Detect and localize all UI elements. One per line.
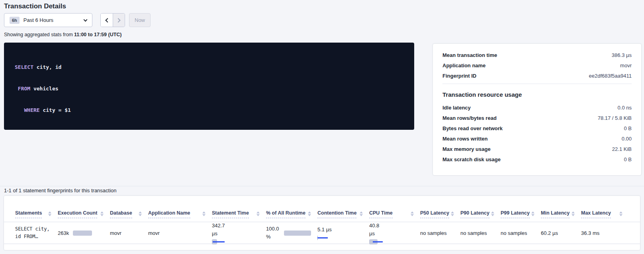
summary-value: 0.0 ns	[618, 105, 632, 111]
col-header-p50-latency[interactable]: P50 Latency	[420, 211, 460, 218]
cell-min-latency: 60.2 µs	[541, 230, 581, 236]
chevron-left-icon	[105, 18, 110, 22]
next-time-button[interactable]	[113, 14, 125, 27]
sort-icon[interactable]	[360, 211, 363, 216]
sort-icon[interactable]	[491, 211, 494, 216]
summary-label: Mean rows/bytes read	[442, 115, 497, 121]
sql-line: WHERE city = $1	[15, 107, 403, 114]
summary-row: Bytes read over network 0 B	[442, 126, 632, 131]
section-divider	[0, 186, 644, 186]
summary-row: Max memory usage 22.1 KiB	[442, 147, 632, 152]
col-header-statements[interactable]: Statements	[15, 211, 58, 218]
col-header-execution-count[interactable]: Execution Count	[58, 211, 110, 218]
sql-statement-box: SELECT city, id FROM vehicles WHERE city…	[4, 43, 414, 130]
col-header-runtime-pct[interactable]: % of All Runtime	[266, 211, 317, 218]
summary-divider	[442, 84, 632, 84]
col-header-contention-time[interactable]: Contention Time	[317, 211, 369, 218]
sql-keyword: FROM	[18, 86, 30, 92]
summary-row: Mean rows/bytes read 78.17 / 5.8 KiB	[442, 115, 632, 121]
cell-application-name: movr	[148, 230, 212, 236]
contention-time-bar	[317, 235, 329, 240]
summary-label: Max memory usage	[442, 147, 491, 152]
sort-icon[interactable]	[100, 211, 104, 216]
col-header-application-name[interactable]: Application Name	[148, 211, 212, 218]
col-header-max-latency[interactable]: Max Latency	[581, 211, 629, 218]
cell-p50-latency: no samples	[420, 230, 460, 236]
sort-icon[interactable]	[531, 211, 534, 216]
runtime-pct-bar	[284, 231, 311, 236]
cell-runtime-pct: 100.0 %	[266, 225, 317, 241]
statement-link-line2[interactable]: id FROM…	[15, 233, 38, 240]
summary-label: Mean transaction time	[442, 53, 497, 58]
summary-value: ee2df683f5aa9411	[589, 73, 632, 79]
summary-row: Application name movr	[442, 63, 632, 68]
chevron-down-icon	[84, 18, 88, 21]
summary-label: Bytes read over network	[442, 126, 503, 131]
sort-icon[interactable]	[48, 211, 51, 216]
time-range-label: Past 6 Hours	[23, 17, 53, 23]
col-header-min-latency[interactable]: Min Latency	[541, 211, 581, 218]
col-header-statement-time[interactable]: Statement Time	[212, 211, 266, 218]
cell-execution-count: 263k	[58, 230, 110, 236]
prev-time-button[interactable]	[101, 14, 113, 27]
cell-database: movr	[110, 230, 148, 236]
sql-line: SELECT city, id	[15, 64, 403, 71]
summary-row: Mean transaction time 386.3 µs	[442, 53, 632, 58]
sort-icon[interactable]	[619, 211, 622, 216]
summary-value: movr	[620, 63, 632, 68]
sort-icon[interactable]	[139, 211, 142, 216]
sql-line: FROM vehicles	[15, 85, 403, 92]
sort-icon[interactable]	[572, 211, 575, 216]
sort-icon[interactable]	[202, 211, 206, 216]
table-row[interactable]: SELECT city, id FROM… 263k movr movr 342…	[4, 222, 640, 244]
sort-icon[interactable]	[256, 211, 260, 216]
cell-statement-time: 342.7 µs	[212, 222, 266, 244]
summary-row: Max scratch disk usage 0 B	[442, 157, 632, 162]
sort-icon[interactable]	[411, 211, 414, 216]
cell-contention-time: 5.1 µs	[317, 226, 369, 240]
summary-value: 0.00	[622, 136, 632, 142]
summary-row: Idle latency 0.0 ns	[442, 105, 632, 111]
summary-value: 386.3 µs	[612, 53, 632, 58]
statement-count-text: 1-1 of 1 statement fingerprints for this…	[4, 188, 117, 193]
col-header-p90-latency[interactable]: P90 Latency	[460, 211, 501, 218]
summary-label: Mean rows written	[442, 136, 487, 142]
subtitle-range: 11:00 to 17:59 (UTC)	[74, 32, 121, 37]
summary-row: Mean rows written 0.00	[442, 136, 632, 142]
now-button[interactable]: Now	[129, 13, 151, 27]
summary-label: Application name	[442, 63, 485, 68]
transaction-summary-card: Mean transaction time 386.3 µs Applicati…	[433, 44, 641, 175]
summary-value: 0 B	[624, 126, 632, 131]
resource-usage-heading: Transaction resource usage	[442, 91, 632, 98]
summary-label: Idle latency	[442, 105, 471, 111]
table-header-row: Statements Execution Count Database Appl…	[4, 196, 640, 222]
cell-p99-latency: no samples	[501, 230, 541, 236]
cell-cpu-time: 40.8 µs	[369, 222, 420, 244]
statement-link-line1[interactable]: SELECT city,	[15, 225, 50, 233]
aggregation-subtitle: Showing aggregated stats from11:00 to 17…	[4, 32, 122, 37]
time-nav-group	[100, 13, 125, 27]
summary-label: Fingerprint ID	[442, 73, 476, 79]
summary-label: Max scratch disk usage	[442, 157, 501, 162]
sql-keyword: WHERE	[24, 107, 39, 113]
summary-value: 78.17 / 5.8 KiB	[598, 115, 632, 121]
summary-row: Fingerprint ID ee2df683f5aa9411	[442, 73, 632, 79]
cpu-time-bar	[369, 239, 383, 244]
cell-max-latency: 36.3 ms	[581, 230, 629, 236]
summary-value: 0 B	[624, 157, 632, 162]
summary-value: 22.1 KiB	[612, 147, 632, 152]
col-header-p99-latency[interactable]: P99 Latency	[501, 211, 541, 218]
time-range-badge: 6h	[10, 17, 20, 24]
col-header-database[interactable]: Database	[110, 211, 148, 218]
cell-p90-latency: no samples	[460, 230, 501, 236]
sort-icon[interactable]	[308, 211, 311, 216]
time-picker: 6h Past 6 Hours Now	[4, 13, 151, 27]
col-header-cpu-time[interactable]: CPU Time	[369, 211, 420, 218]
statements-table: Statements Execution Count Database Appl…	[4, 196, 640, 250]
sql-keyword: SELECT	[15, 64, 33, 70]
sort-icon[interactable]	[451, 211, 454, 216]
statement-time-bar	[212, 239, 225, 244]
cell-statement[interactable]: SELECT city, id FROM…	[15, 225, 58, 240]
chevron-right-icon	[116, 18, 120, 22]
time-range-dropdown[interactable]: 6h Past 6 Hours	[4, 13, 92, 27]
